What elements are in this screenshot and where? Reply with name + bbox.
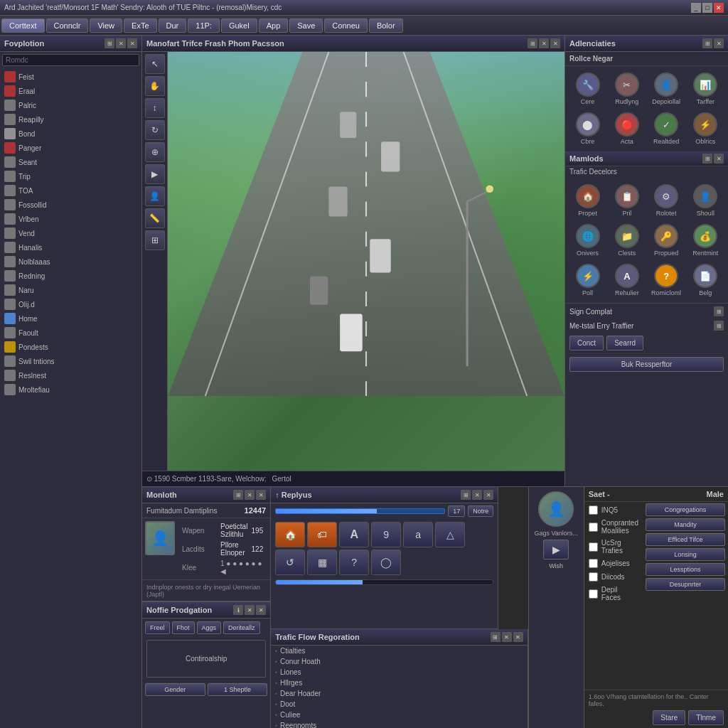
- replies-tab1[interactable]: 17: [448, 505, 465, 517]
- traffic-item-4[interactable]: Dear Hoader: [271, 688, 527, 699]
- rp-s2-icon2[interactable]: ✕: [714, 154, 724, 164]
- nav-item-3[interactable]: Reapilly: [1, 112, 140, 127]
- vp-btn-measure[interactable]: 📏: [145, 208, 165, 228]
- rp-icon-belg[interactable]: 📄 Belg: [687, 262, 724, 299]
- viewport-icon-btn1[interactable]: ⊞: [528, 38, 537, 48]
- rb-btn-congregations[interactable]: Congregations: [646, 503, 725, 516]
- reply-btn-rotate[interactable]: ↺: [275, 550, 305, 575]
- rp-icon-rudlyng[interactable]: ✂ Rudlyng: [609, 70, 645, 107]
- rb-btn-lessptions[interactable]: Lessptions: [646, 563, 725, 576]
- reply-btn-a2[interactable]: a: [403, 522, 433, 547]
- replies-icon1[interactable]: ⊞: [461, 490, 471, 500]
- notif-icon1[interactable]: ℹ: [233, 605, 243, 615]
- replies-icon2[interactable]: ✕: [472, 490, 482, 500]
- notif-btn-aggs[interactable]: Aggs: [197, 621, 222, 634]
- rp-icon-cbre[interactable]: ⬤ Cbre: [569, 110, 606, 147]
- rb-btn-desupnrter[interactable]: Desupnrter: [646, 578, 725, 591]
- nav-item-19[interactable]: Pondests: [1, 340, 140, 354]
- rp-icon-onivers[interactable]: 🌐 Onivers: [569, 222, 606, 259]
- menu-bolor[interactable]: Bolor: [369, 18, 403, 33]
- rp-icon-rentmint[interactable]: 💰 Rentmint: [687, 222, 724, 259]
- vp-btn-hand[interactable]: ✋: [145, 76, 165, 96]
- reply-btn-home[interactable]: 🏠: [275, 522, 305, 547]
- monitor-icon1[interactable]: ⊞: [233, 490, 243, 500]
- nav-item-9[interactable]: Fossollid: [1, 198, 140, 212]
- menu-context[interactable]: Corttext: [1, 18, 45, 33]
- vp-btn-grid[interactable]: ⊞: [145, 230, 165, 250]
- rp-icon-tarffer[interactable]: 📊 Tarffer: [687, 70, 724, 107]
- reply-btn-tag[interactable]: 🏷: [307, 522, 337, 547]
- rp-icon-romicloml[interactable]: ? Romicloml: [648, 262, 685, 299]
- traffic-item-7[interactable]: Reennomts: [271, 720, 527, 728]
- traffic-item-3[interactable]: Hllrges: [271, 678, 527, 688]
- start-button[interactable]: Stare: [653, 710, 685, 725]
- rb-btn-efficed[interactable]: Efficed Tifce: [646, 533, 725, 546]
- rp-icon-rolotet[interactable]: ⚙ Rolotet: [648, 182, 685, 219]
- sign-icon[interactable]: ⊞: [714, 306, 724, 316]
- rb-btn-lonsing[interactable]: Lonsing: [646, 548, 725, 561]
- traffic-icon3[interactable]: ✕: [513, 632, 523, 642]
- notif-btn-dert[interactable]: Deriteallz: [223, 621, 260, 634]
- nav-icon-btn2[interactable]: ✕: [116, 38, 126, 48]
- notif-btn-sheptle[interactable]: 1 Sheptle: [208, 683, 268, 696]
- traffic-item-0[interactable]: Ctialties: [271, 646, 527, 656]
- check-inqs-input[interactable]: [589, 505, 598, 515]
- traffic-icon1[interactable]: ⊞: [491, 632, 500, 642]
- rp-icon-cere[interactable]: 🔧 Cere: [569, 70, 606, 107]
- nav-item-16[interactable]: Olij.d: [1, 297, 140, 311]
- rp-icon-depoiollal[interactable]: 👤 Depoiollal: [648, 70, 685, 107]
- map-view[interactable]: [168, 52, 564, 471]
- menu-11p[interactable]: 11P:: [188, 18, 220, 33]
- nav-item-2[interactable]: Palric: [1, 98, 140, 112]
- menu-connect[interactable]: Connclr: [46, 18, 89, 33]
- reply-btn-a[interactable]: A: [339, 522, 369, 547]
- nav-search-input[interactable]: [2, 54, 139, 66]
- me-total-icon[interactable]: ⊞: [714, 321, 724, 331]
- reply-btn-tri[interactable]: △: [435, 522, 465, 547]
- notif-btn-fhot[interactable]: Fhot: [172, 621, 195, 634]
- menu-conneu[interactable]: Conneu: [324, 18, 368, 33]
- searrd-button[interactable]: Searrd: [606, 336, 643, 350]
- nav-item-5[interactable]: Panger: [1, 141, 140, 155]
- rp-s2-icon1[interactable]: ⊞: [702, 154, 712, 164]
- rp-icon-propued[interactable]: 🔑 Propued: [648, 222, 685, 259]
- notif-icon3[interactable]: ✕: [256, 605, 266, 615]
- nav-item-12[interactable]: Hanalis: [1, 240, 140, 255]
- nav-item-4[interactable]: Bond: [1, 127, 140, 141]
- viewport-icon-btn3[interactable]: ✕: [550, 38, 560, 48]
- menu-save[interactable]: Save: [289, 18, 323, 33]
- rb-btn-mandity[interactable]: Mandity: [646, 518, 725, 531]
- traffic-icon2[interactable]: ✕: [502, 632, 512, 642]
- notif-btn-gender[interactable]: Gender: [145, 683, 205, 696]
- vp-btn-zoom[interactable]: ⊕: [145, 142, 165, 162]
- vp-btn-cursor[interactable]: ↖: [145, 54, 165, 74]
- rp-icon-poll[interactable]: ⚡ Poll: [569, 262, 606, 299]
- check-aojelises-input[interactable]: [589, 559, 598, 568]
- rp-icon-shoull[interactable]: 👤 Shoull: [687, 182, 724, 219]
- nav-item-6[interactable]: Seant: [1, 155, 140, 169]
- nav-item-21[interactable]: Reslnest: [1, 368, 140, 382]
- check-depil-input[interactable]: [589, 589, 598, 599]
- vp-btn-move[interactable]: ↕: [145, 98, 165, 118]
- traffic-item-5[interactable]: Doot: [271, 699, 527, 710]
- notif-btn-freel[interactable]: Freel: [145, 621, 170, 634]
- nav-item-17[interactable]: Home: [1, 311, 140, 326]
- check-conpranted-input[interactable]: [589, 523, 598, 532]
- traffic-item-1[interactable]: Conur Hoath: [271, 656, 527, 667]
- nav-item-18[interactable]: Faoult: [1, 326, 140, 340]
- rp-icon-oblrics[interactable]: ⚡ Oblrics: [687, 110, 724, 147]
- nav-icon-btn1[interactable]: ⊞: [105, 38, 114, 48]
- rp-icon2[interactable]: ✕: [714, 38, 724, 48]
- menu-gukel[interactable]: Gukel: [221, 18, 257, 33]
- check-diicods-input[interactable]: [589, 572, 598, 582]
- nav-item-13[interactable]: Nolblaaas: [1, 255, 140, 269]
- menu-app[interactable]: App: [259, 18, 289, 33]
- rp-icon-propet[interactable]: 🏠 Propet: [569, 182, 606, 219]
- nav-item-10[interactable]: Vrlben: [1, 212, 140, 226]
- rp-icon-realtded[interactable]: ✓ Realtded: [648, 110, 685, 147]
- nav-icon-btn3[interactable]: ✕: [127, 38, 137, 48]
- conct-button[interactable]: Conct: [569, 336, 604, 350]
- nav-item-14[interactable]: Redning: [1, 269, 140, 283]
- nav-item-20[interactable]: Swil tntions: [1, 354, 140, 368]
- rp-icon1[interactable]: ⊞: [702, 38, 712, 48]
